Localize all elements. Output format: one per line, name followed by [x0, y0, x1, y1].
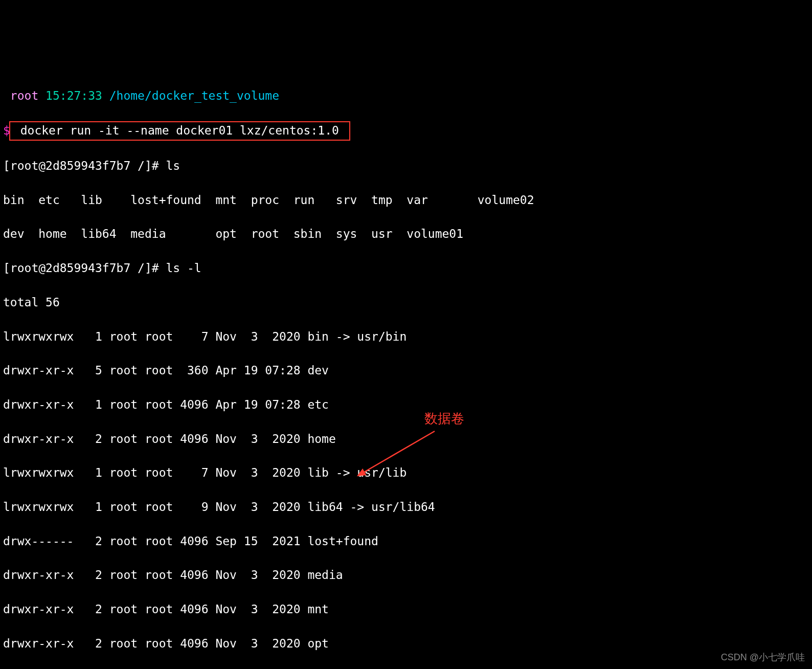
watermark: CSDN @小七学爪哇: [721, 651, 805, 664]
container-prompt-lsl: [root@2d859943f7b7 /]# ls -l: [3, 260, 809, 277]
listing-row: lrwxrwxrwx 1 root root 9 Nov 3 2020 lib6…: [3, 499, 809, 516]
listing-row: drwxr-xr-x 2 root root 4096 Nov 3 2020 o…: [3, 635, 809, 652]
listing-row: drwxr-xr-x 2 root root 4096 Nov 3 2020 m…: [3, 567, 809, 584]
ls-output-row2: dev home lib64 media opt root sbin sys u…: [3, 226, 809, 242]
terminal-output: root 15:27:33 /home/docker_test_volume $…: [3, 70, 809, 669]
container-prompt-ls: [root@2d859943f7b7 /]# ls: [3, 158, 809, 174]
listing-row: drwxr-xr-x 2 root root 4096 Nov 3 2020 h…: [3, 431, 809, 448]
ls-output-row1: bin etc lib lost+found mnt proc run srv …: [3, 192, 809, 209]
listing-row: drwxr-xr-x 2 root root 4096 Nov 3 2020 m…: [3, 601, 809, 618]
listing-row: lrwxrwxrwx 1 root root 7 Nov 3 2020 lib …: [3, 464, 809, 481]
listing-row: drwx------ 2 root root 4096 Sep 15 2021 …: [3, 533, 809, 550]
prompt-user: root: [3, 89, 46, 102]
prompt-time: 15:27:33: [46, 89, 109, 102]
docker-run-command: docker run -it --name docker01 lxz/cento…: [9, 121, 350, 140]
listing-row: drwxr-xr-x 1 root root 4096 Apr 19 07:28…: [3, 396, 809, 413]
annotation-label: 数据卷: [424, 409, 464, 429]
host-prompt-line: root 15:27:33 /home/docker_test_volume: [3, 87, 809, 104]
total-line: total 56: [3, 294, 809, 311]
docker-command-line: $ docker run -it --name docker01 lxz/cen…: [3, 121, 809, 140]
listing-row: lrwxrwxrwx 1 root root 7 Nov 3 2020 bin …: [3, 328, 809, 345]
prompt-path: /home/docker_test_volume: [109, 89, 279, 102]
listing-row: drwxr-xr-x 5 root root 360 Apr 19 07:28 …: [3, 362, 809, 379]
